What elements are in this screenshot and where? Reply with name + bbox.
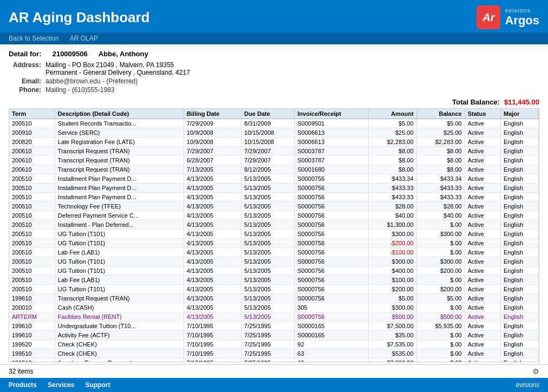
footer-support[interactable]: Support [85, 381, 110, 389]
total-value: $11,445.00 [504, 98, 539, 106]
detail-id: 210009506 [53, 50, 88, 58]
table-row: 199610Transcript Request (TRAN)4/13/2005… [9, 294, 539, 303]
table-row: 200510Technology Fee (TFEE)4/13/20055/13… [9, 202, 539, 211]
table-row: 200820Late Registration Fee (LATE)10/9/2… [9, 138, 539, 147]
logo-icon: Ar [477, 5, 500, 29]
footer-products[interactable]: Products [9, 381, 37, 389]
total-label: Total Balance: [452, 98, 500, 106]
table-row: 199520Check (CHEK)7/10/19957/25/199592$7… [9, 340, 539, 349]
table-header-row: Term Description (Detail Code) Billing D… [9, 109, 539, 119]
address-row: Address: Mailing - PO Box 21049 , Malver… [9, 61, 539, 76]
table-row: 200610Transcript Request (TRAN)7/29/2007… [9, 147, 539, 156]
footer-nav: Products Services Support evisions [0, 378, 548, 392]
col-balance: Balance [416, 109, 465, 119]
col-invoice: Invoice/Receipt [295, 109, 368, 119]
logo-brand: evisions [505, 7, 539, 14]
detail-for-label: Detail for: [9, 50, 42, 58]
address-line2: Permanent - General Delivery , Queenslan… [45, 69, 190, 76]
logo-text: evisions Argos [505, 7, 539, 28]
data-table-wrapper[interactable]: Term Description (Detail Code) Billing D… [9, 108, 539, 362]
phone-value: Mailing - (610)555-1983 [45, 86, 114, 94]
col-term: Term [9, 109, 55, 119]
table-row: 200510Lab Fee (LAB1)4/13/20055/13/2005S0… [9, 276, 539, 285]
table-row: 200510UG Tuition (T101)4/13/20055/13/200… [9, 239, 539, 248]
table-row: 200510Installment Plan Payment D...4/13/… [9, 184, 539, 193]
col-amount: Amount [368, 109, 416, 119]
table-row: 200610Transcript Request (TRAN)6/28/2007… [9, 156, 539, 165]
table-row: 199510Check (CHEK)7/10/19957/25/199563$5… [9, 349, 539, 358]
table-row: 200510Installment Plan Payment D...4/13/… [9, 174, 539, 184]
logo-product: Argos [505, 14, 539, 28]
footer-count-bar: 32 items ⚙ [0, 364, 548, 378]
col-due-date: Due Date [242, 109, 295, 119]
item-count: 32 items [9, 368, 33, 375]
table-row: 200510Installment - Plan Deferred...4/13… [9, 220, 539, 230]
col-status: Status [465, 109, 500, 119]
detail-header: Detail for: 210009506 Abbe, Anthony [9, 50, 539, 58]
table-row: 199510American Express Payment...7/10/19… [9, 358, 539, 363]
table-row: 200010Cash (CASH)4/13/20055/13/2005305$3… [9, 303, 539, 312]
email-row: Email: aabbe@brown.edu - (Preferred) [9, 77, 539, 85]
header-title: AR Aging Dashboard [9, 9, 149, 26]
table-row: 200510UG Tuition (T101)4/13/20055/13/200… [9, 285, 539, 294]
nav-bar: Back to Selection AR OLAP [0, 32, 548, 44]
email-label: Email: [9, 77, 41, 85]
logo-area: Ar evisions Argos [477, 5, 539, 29]
address-line1: Mailing - PO Box 21049 , Malvern, PA 193… [45, 61, 190, 69]
total-balance-row: Total Balance: $11,445.00 [9, 98, 539, 106]
phone-row: Phone: Mailing - (610)555-1983 [9, 86, 539, 94]
detail-info: Address: Mailing - PO Box 21049 , Malver… [9, 61, 539, 95]
table-row: 199610Activity Fee (ACTF)7/10/19957/25/1… [9, 331, 539, 340]
table-row: 200910Service (SERC)10/9/200810/15/2008S… [9, 128, 539, 138]
nav-arolap[interactable]: AR OLAP [70, 35, 98, 42]
col-major: Major [500, 109, 538, 119]
table-row: 200510UG Tuition (T101)4/13/20055/13/200… [9, 230, 539, 239]
table-row: 200510Deferred Payment Service C...4/13/… [9, 211, 539, 220]
col-billing-date: Billing Date [184, 109, 241, 119]
footer-brand: evisions [516, 381, 539, 389]
table-row: ARTERMFacilities Rental (RENT)4/13/20055… [9, 312, 539, 322]
table-row: 200510Student Records Transactio...7/29/… [9, 119, 539, 128]
table-row: 199610Undergraduate Tuition (T10...7/10/… [9, 322, 539, 331]
settings-icon[interactable]: ⚙ [532, 367, 539, 376]
table-row: 200610Transcript Request (TRAN)7/13/2005… [9, 165, 539, 174]
table-row: 200510Installment Plan Payment D...4/13/… [9, 193, 539, 202]
address-label: Address: [9, 61, 41, 76]
col-description: Description (Detail Code) [55, 109, 184, 119]
header: AR Aging Dashboard Ar evisions Argos [0, 0, 548, 32]
data-table: Term Description (Detail Code) Billing D… [9, 109, 539, 362]
content-area: Detail for: 210009506 Abbe, Anthony Addr… [0, 44, 548, 364]
footer-services[interactable]: Services [48, 381, 74, 389]
email-value: aabbe@brown.edu - (Preferred) [45, 77, 138, 85]
address-value: Mailing - PO Box 21049 , Malvern, PA 193… [45, 61, 190, 76]
table-row: 200510UG Tuition (T101)4/13/20055/13/200… [9, 266, 539, 276]
nav-back[interactable]: Back to Selection [9, 35, 59, 42]
table-row: 200510UG Tuition (T101)4/13/20055/13/200… [9, 257, 539, 266]
table-row: 200510Lab Fee (LAB1)4/13/20055/13/2005S0… [9, 248, 539, 257]
phone-label: Phone: [9, 86, 41, 94]
detail-name: Abbe, Anthony [99, 50, 148, 58]
